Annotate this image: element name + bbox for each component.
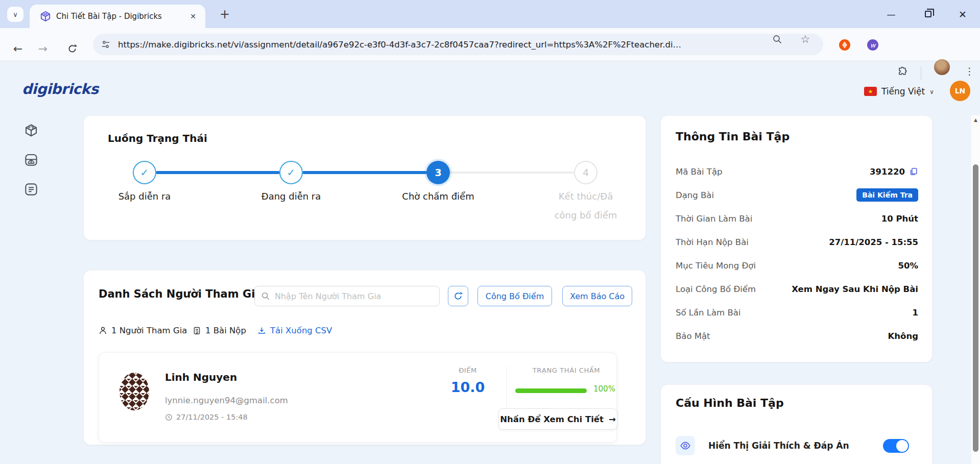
step-connector <box>302 171 427 174</box>
info-value: 10 Phút <box>881 214 918 224</box>
reload-button[interactable] <box>63 39 81 58</box>
participant-submitted-at: 27/11/2025 - 15:48 <box>165 413 248 421</box>
participant-name: Linh Nguyen <box>165 371 237 383</box>
copy-icon[interactable] <box>909 167 918 176</box>
puzzle-icon <box>897 66 908 77</box>
search-input[interactable] <box>275 291 428 301</box>
info-value: 50% <box>898 261 919 271</box>
info-label: Thời Hạn Nộp Bài <box>676 237 749 247</box>
step-number: 3 <box>435 167 441 178</box>
browser-menu-button[interactable]: ⋮ <box>965 65 974 77</box>
info-row-code: Mã Bài Tập 391220 <box>676 160 918 183</box>
info-row-deadline: Thời Hạn Nộp Bài 27/11/2025 - 15:55 <box>676 230 918 254</box>
browser-profile-avatar[interactable] <box>934 59 950 75</box>
magnifier-icon <box>772 34 782 44</box>
grading-progress-bar <box>515 388 587 393</box>
info-label: Loại Công Bố Điểm <box>676 284 756 294</box>
check-icon: ✓ <box>287 166 296 179</box>
participant-count-label: 1 Người Tham Gia <box>111 326 187 335</box>
scrollbar-thumb[interactable] <box>973 164 978 452</box>
assignment-code: 391220 <box>870 167 905 177</box>
new-tab-button[interactable]: + <box>218 7 232 21</box>
address-bar[interactable]: https://make.digibricks.net/vi/assignmen… <box>93 34 823 55</box>
reload-icon <box>67 43 78 54</box>
user-avatar[interactable]: LN <box>950 81 970 101</box>
page-scrollbar[interactable]: ▲ <box>971 115 980 464</box>
browser-titlebar: ∨ Chi Tiết Bài Tập - Digibricks ✕ + — ✕ <box>0 0 980 28</box>
info-row-publish-type: Loại Công Bố Điểm Xem Ngay Sau Khi Nộp B… <box>676 277 918 301</box>
eye-icon <box>680 440 691 451</box>
info-row-attempts: Số Lần Làm Bài 1 <box>676 301 918 324</box>
window-minimize-button[interactable]: — <box>879 0 903 28</box>
show-explanation-toggle[interactable] <box>883 439 909 453</box>
info-value: 27/11/2025 - 15:55 <box>829 237 918 247</box>
assignment-info-rows: Mã Bài Tập 391220 Dạng Bài Bài Kiểm Tra … <box>676 160 918 348</box>
tab-search-button[interactable]: ∨ <box>7 7 23 22</box>
person-icon <box>99 326 107 335</box>
tab-title: Chi Tiết Bài Tập - Digibricks <box>56 12 162 21</box>
participant-identicon-avatar <box>114 372 154 411</box>
info-value: 1 <box>913 308 918 318</box>
extensions-puzzle-button[interactable] <box>896 65 909 78</box>
submitted-at-label: 27/11/2025 - 15:48 <box>176 413 248 421</box>
screen: ∨ Chi Tiết Bài Tập - Digibricks ✕ + — ✕ … <box>0 0 980 464</box>
language-selector[interactable]: ★ Tiếng Việt ∨ <box>864 83 934 100</box>
info-label: Mã Bài Tập <box>676 167 723 177</box>
extension-purple-icon[interactable]: w <box>867 39 878 51</box>
window-close-button[interactable]: ✕ <box>951 0 974 28</box>
step-3-label: Chờ chấm điểm <box>382 187 494 206</box>
sidebar-item-notes[interactable] <box>23 182 39 197</box>
participant-email: lynnie.nguyen94@gmail.com <box>165 396 288 405</box>
info-row-security: Bảo Mật Không <box>676 324 918 348</box>
scroll-up-arrow[interactable]: ▲ <box>971 117 980 123</box>
digibricks-favicon-icon <box>40 11 51 22</box>
step-2-label: Đang diễn ra <box>235 187 347 206</box>
check-icon: ✓ <box>140 166 149 179</box>
step-connector <box>449 172 574 174</box>
url-text: https://make.digibricks.net/vi/assignmen… <box>118 40 685 50</box>
info-value: Không <box>888 331 918 341</box>
status-flow-title: Luồng Trạng Thái <box>108 132 207 144</box>
step-1-label: Sắp diễn ra <box>88 187 201 206</box>
digibricks-logo[interactable]: digibricks <box>22 81 99 97</box>
view-detail-label: Nhấn Để Xem Chi Tiết <box>500 414 604 424</box>
status-flow-card: Luồng Trạng Thái ✓ ✓ 3 4 Sắp diễn ra Đan… <box>83 115 646 240</box>
clipboard-icon <box>193 326 201 335</box>
grading-percent: 100% <box>593 384 615 394</box>
extension-orange-icon[interactable] <box>839 39 850 51</box>
back-button[interactable]: ← <box>9 39 27 58</box>
bookmark-star-icon[interactable]: ☆ <box>799 33 811 45</box>
view-report-button[interactable]: Xem Báo Cáo <box>562 286 632 306</box>
site-info-icon[interactable] <box>101 39 111 50</box>
eye-icon-box <box>676 436 695 455</box>
assignment-info-title: Thông Tin Bài Tập <box>676 130 790 143</box>
info-label: Thời Gian Làm Bài <box>676 214 752 224</box>
view-detail-button[interactable]: Nhấn Để Xem Chi Tiết → <box>498 408 617 430</box>
sidebar-item-bricks[interactable] <box>23 123 39 138</box>
submission-count: 1 Bài Nộp <box>193 324 246 337</box>
refresh-icon <box>453 291 463 301</box>
info-row-target: Mục Tiêu Mong Đợi 50% <box>676 254 918 277</box>
config-toggle-label: Hiển Thị Giải Thích & Đáp Án <box>708 441 849 451</box>
clock-icon <box>165 413 173 421</box>
participant-row[interactable]: Linh Nguyen lynnie.nguyen94@gmail.com 27… <box>99 352 617 443</box>
tab-close-icon[interactable]: ✕ <box>188 11 198 21</box>
chevron-down-icon: ∨ <box>13 11 18 18</box>
publish-scores-button[interactable]: Công Bố Điểm <box>477 286 552 306</box>
info-label: Dạng Bài <box>676 190 714 200</box>
forward-button[interactable]: → <box>34 39 52 58</box>
zoom-page-button[interactable] <box>771 33 783 45</box>
config-row-show-explanation: Hiển Thị Giải Thích & Đáp Án <box>676 432 918 459</box>
browser-tab[interactable]: Chi Tiết Bài Tập - Digibricks ✕ <box>30 5 205 28</box>
download-csv-label: Tải Xuống CSV <box>270 326 332 335</box>
participant-count: 1 Người Tham Gia <box>99 324 187 337</box>
arrow-right-icon: → <box>609 414 616 424</box>
vietnam-flag-icon: ★ <box>864 87 877 96</box>
assignment-type-badge: Bài Kiểm Tra <box>856 188 918 202</box>
refresh-button[interactable] <box>448 286 468 306</box>
sidebar-item-store[interactable] <box>23 152 39 167</box>
step-4-label: Kết thúc/Đã công bố điểm <box>550 187 622 225</box>
window-restore-button[interactable] <box>916 0 940 28</box>
download-csv-link[interactable]: Tải Xuống CSV <box>257 324 332 337</box>
info-value: Xem Ngay Sau Khi Nộp Bài <box>792 284 918 294</box>
